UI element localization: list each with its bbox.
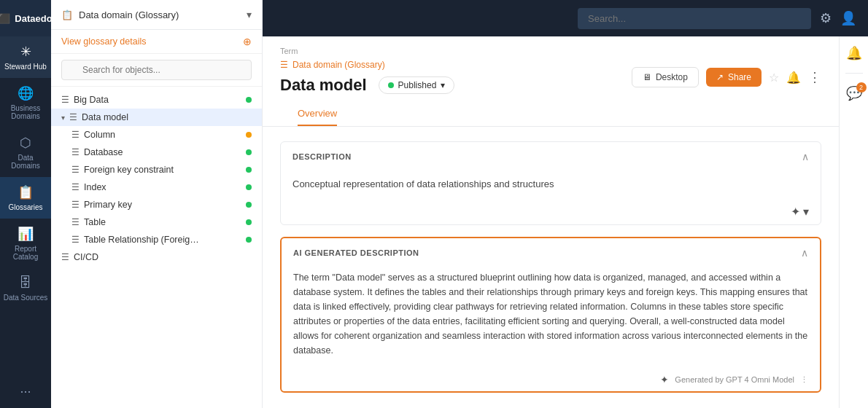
sidebar-item-label: Steward Hub: [4, 63, 47, 71]
comments-badge: 2: [856, 82, 867, 93]
term-icon: ☰: [71, 182, 80, 192]
tree-item-label: Foreign key constraint: [84, 165, 174, 175]
tree-item-column[interactable]: ☰ Column: [51, 126, 262, 144]
breadcrumb: ☰ Data domain (Glossary): [280, 60, 454, 70]
tree-item-foreign-key[interactable]: ☰ Foreign key constraint: [51, 161, 262, 178]
description-section-header[interactable]: DESCRIPTION ∧: [281, 142, 821, 171]
tree-item-data-model[interactable]: ▾ ☰ Data model: [51, 109, 262, 126]
desktop-icon: 🖥: [643, 72, 651, 82]
sidebar-item-data-domains[interactable]: ⬡ Data Domains: [0, 128, 51, 177]
bell-icon[interactable]: 🔔: [786, 71, 801, 85]
search-section: 🔍: [51, 54, 262, 87]
description-text: Conceptual representation of data relati…: [292, 178, 554, 189]
more-button[interactable]: ...: [20, 381, 31, 396]
term-icon: ☰: [61, 252, 69, 262]
global-search-input[interactable]: [578, 8, 811, 29]
sidebar-item-steward-hub[interactable]: ✳ Steward Hub: [0, 36, 51, 78]
star-icon[interactable]: ☆: [769, 71, 779, 85]
search-wrapper: 🔍: [61, 60, 252, 80]
main-content: ⚙ 👤 Term ☰ Data domain (Glossary) Data m…: [263, 0, 868, 408]
sidebar-item-report-catalog[interactable]: 📊 Report Catalog: [0, 219, 51, 268]
ai-footer: ✦ Generated by GPT 4 Omni Model ⋮: [282, 368, 820, 391]
expand-icon: ▾: [61, 114, 65, 122]
dropdown-chevron-icon[interactable]: ▾: [247, 9, 252, 20]
tab-overview[interactable]: Overview: [298, 102, 337, 126]
content-header: Term ☰ Data domain (Glossary) Data model…: [263, 36, 839, 127]
sidebar-item-data-sources[interactable]: 🗄 Data Sources: [0, 268, 51, 309]
status-chevron-icon: ▾: [441, 80, 445, 90]
notifications-icon[interactable]: 🔔: [846, 45, 862, 61]
global-search: [578, 8, 811, 29]
more-options-icon[interactable]: ⋮: [808, 69, 821, 85]
status-dot-green: [246, 202, 252, 208]
ai-generate-footer: ✦ ▾: [281, 202, 821, 224]
view-glossary-link[interactable]: View glossary details ⊕: [51, 30, 262, 54]
glossary-icon: 📋: [61, 9, 73, 20]
description-section-title: DESCRIPTION: [292, 152, 352, 161]
term-label: Term: [280, 47, 454, 55]
sidebar-item-label: Data Sources: [4, 294, 48, 302]
term-icon: ☰: [71, 235, 80, 245]
tree-item-ci-cd[interactable]: ☰ CI/CD: [51, 248, 262, 266]
status-dot-green: [246, 167, 252, 173]
steward-hub-icon: ✳: [20, 44, 31, 60]
status-dot-green: [246, 237, 252, 243]
right-panel: 🔔 💬 2: [839, 36, 868, 408]
business-domains-icon: 🌐: [18, 85, 34, 101]
status-badge[interactable]: Published ▾: [379, 76, 455, 94]
status-dot-green: [246, 219, 252, 225]
tree-item-database[interactable]: ☰ Database: [51, 144, 262, 161]
tree-item-big-data[interactable]: ☰ Big Data: [51, 91, 262, 109]
tree-item-label: Table Relationship (Foreign k...: [84, 235, 201, 245]
openai-icon: ✦: [791, 205, 800, 219]
status-dot: [388, 82, 394, 88]
app-logo: ⬛ Dataedo: [0, 0, 51, 36]
term-icon: ☰: [71, 147, 80, 157]
page-title: Data model: [280, 76, 367, 95]
view-glossary-text: View glossary details: [61, 36, 147, 47]
user-icon[interactable]: 👤: [840, 10, 856, 26]
content-area: Term ☰ Data domain (Glossary) Data model…: [263, 36, 868, 408]
share-button[interactable]: ↗ Share: [706, 68, 762, 87]
status-dot-green: [246, 149, 252, 155]
status-dot-green: [246, 97, 252, 103]
tree-item-index[interactable]: ☰ Index: [51, 178, 262, 196]
content-main: Term ☰ Data domain (Glossary) Data model…: [263, 36, 839, 408]
sidebar-item-glossaries[interactable]: 📋 Glossaries: [0, 177, 51, 219]
tree-view: ☰ Big Data ▾ ☰ Data model ☰ Column ☰ Dat…: [51, 87, 262, 408]
share-icon: ↗: [716, 72, 724, 82]
comments-icon[interactable]: 💬 2: [846, 85, 862, 101]
settings-icon[interactable]: ⚙: [820, 10, 832, 26]
tree-item-label: CI/CD: [74, 252, 98, 262]
tree-item-primary-key[interactable]: ☰ Primary key: [51, 196, 262, 213]
ai-generate-button[interactable]: ✦ ▾: [791, 205, 809, 219]
panel-divider: [845, 73, 863, 74]
tree-item-table-relationship[interactable]: ☰ Table Relationship (Foreign k...: [51, 231, 262, 248]
tree-item-table[interactable]: ☰ Table: [51, 213, 262, 231]
ai-description-section: AI GENERATED DESCRIPTION ∧ The term "Dat…: [280, 237, 821, 393]
topbar: ⚙ 👤: [263, 0, 868, 36]
ai-more-icon[interactable]: ⋮: [800, 375, 808, 385]
desktop-button[interactable]: 🖥 Desktop: [632, 67, 699, 87]
term-icon: ☰: [71, 217, 80, 227]
ai-section-header[interactable]: AI GENERATED DESCRIPTION ∧: [282, 238, 820, 267]
data-domains-icon: ⬡: [20, 135, 31, 151]
sidebar-item-business-domains[interactable]: 🌐 Business Domains: [0, 78, 51, 128]
status-dot-green: [246, 184, 252, 190]
sidebar-item-label: Data Domains: [3, 154, 48, 170]
sidebar-item-label: Business Domains: [3, 104, 48, 120]
ai-section-collapse-icon: ∧: [801, 247, 808, 259]
term-icon: ☰: [71, 165, 80, 175]
description-section-body: Conceptual representation of data relati…: [281, 171, 821, 202]
glossaries-icon: 📋: [18, 184, 34, 200]
left-navigation: ⬛ Dataedo ✳ Steward Hub 🌐 Business Domai…: [0, 0, 51, 408]
breadcrumb-icon: ☰: [280, 60, 288, 70]
sidebar-header: 📋 Data domain (Glossary) ▾: [51, 0, 262, 30]
glossary-dropdown[interactable]: 📋 Data domain (Glossary): [61, 9, 179, 20]
status-dot-orange: [246, 132, 252, 138]
logo-icon: ⬛: [0, 13, 10, 24]
description-section: DESCRIPTION ∧ Conceptual representation …: [280, 141, 821, 225]
term-icon: ☰: [71, 200, 80, 210]
ai-gen-chevron: ▾: [803, 205, 809, 219]
search-input[interactable]: [61, 60, 252, 80]
